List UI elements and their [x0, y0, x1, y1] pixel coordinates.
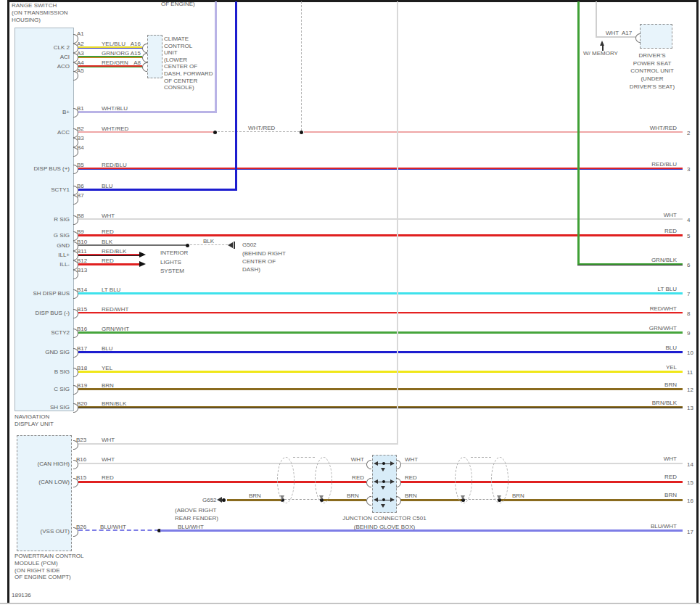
junction-dot-3: [382, 498, 385, 501]
frame-right: [696, 0, 699, 603]
climate-pin-arc-a16: [142, 44, 147, 53]
junction-right-label-red: RED: [405, 474, 417, 482]
shield-label-a: BRN: [249, 492, 261, 500]
right-label-row10: BLU: [617, 345, 677, 352]
wire-shield-dash-2: [465, 499, 499, 500]
wire-b23-wht: [78, 443, 398, 445]
junction-down-arrow-1: [381, 468, 385, 471]
wire-a3-grn-org: [78, 56, 142, 58]
ground-symbol-g502: [228, 242, 233, 248]
junction-right-label-wht: WHT: [405, 456, 418, 463]
pin-name-aco: ACO: [9, 63, 70, 70]
wire-grn-blk-vert: [577, 1, 580, 264]
shield-chevron-1: [280, 495, 284, 500]
frame-left: [7, 0, 9, 603]
circuit-num-9: 9: [687, 330, 690, 337]
right-label-row14: WHT: [617, 456, 677, 463]
shield-chevron-3: [461, 495, 465, 500]
engine-label-fragment: OF ENGINE): [161, 1, 195, 8]
memory-note: W/ MEMORY: [583, 50, 618, 57]
range-switch-label: RANGE SWITCH (ON TRANSMISSION HOUSING): [12, 2, 68, 23]
drawing-number: 189136: [12, 592, 31, 599]
ground-name-g502: G502: [242, 242, 257, 249]
wire-b12-red: [78, 263, 139, 265]
pin-name-csig: C SIG: [9, 386, 70, 393]
circuit-num-16: 16: [687, 498, 693, 505]
circuit-num-14: 14: [687, 461, 693, 469]
climate-unit-label: CLIMATE CONTROL UNIT (LOWER CENTER OF DA…: [164, 36, 213, 91]
ground-location-g502: (BEHIND RIGHT CENTER OF DASH): [242, 250, 286, 273]
wire-seat-wht-vert: [596, 1, 597, 38]
pin-name-shdispbus: SH DISP BUS: [9, 290, 70, 297]
junction-location: (BEHIND GLOVE BOX): [297, 524, 472, 531]
junction-dot-2: [382, 480, 385, 483]
right-label-row12: BRN: [617, 382, 677, 389]
wire-can-high-2: [400, 463, 683, 464]
arrow-interior-lights-1: [139, 252, 146, 257]
seat-wire-color: WHT: [606, 30, 619, 37]
wire-b9-red: [78, 234, 683, 236]
arrow-interior-lights-2: [139, 261, 146, 267]
wire-b2-mid-label: WHT/RED: [248, 125, 275, 132]
wire-b16-grn-wht: [78, 331, 683, 334]
pin-num-b4: B4: [77, 144, 84, 152]
ground-symbol-g652: [217, 497, 222, 503]
wire-b20-brn-blk: [78, 406, 683, 408]
wire-b5-red-blu: [78, 168, 683, 170]
pin-name-shsig: SH SIG: [9, 404, 70, 411]
pin-name-gsig: G SIG: [9, 232, 70, 239]
pin-name-vss-out: (VSS OUT): [9, 528, 70, 535]
pin-name-can-low: (CAN LOW): [9, 479, 70, 486]
wire-b14-lt-blu: [78, 292, 683, 294]
junction-arc-right-1: [396, 460, 401, 469]
junction-arrow-r3: [390, 498, 395, 502]
pin-name-aci: ACI: [9, 54, 70, 61]
circuit-num-7: 7: [687, 291, 690, 298]
nav-display-unit-label: NAVIGATION DISPLAY UNIT: [15, 413, 54, 428]
shield-chevron-2: [319, 495, 324, 500]
pin-name-dispbus-plus: DISP BUS (+): [9, 165, 70, 173]
circuit-num-13: 13: [687, 405, 693, 412]
shield-label-b: BRN: [347, 492, 359, 500]
twisted-pair-link-2: [471, 457, 491, 458]
wire-a4-red-grn: [78, 65, 142, 67]
seat-unit-box: [640, 24, 672, 49]
pin-name-gndsig: GND SIG: [9, 349, 70, 356]
circuit-num-6: 6: [687, 262, 690, 269]
junction-down-arrow-2: [381, 486, 385, 490]
right-label-row8: RED/WHT: [617, 305, 677, 313]
right-label-row9: GRN/WHT: [617, 325, 677, 332]
circuit-num-17: 17: [687, 529, 693, 536]
wire-vss-dashed: [78, 529, 159, 531]
circuit-num-12: 12: [687, 387, 693, 394]
right-label-row17: BLU/WHT: [617, 523, 677, 530]
wire-b15-red-wht: [78, 312, 683, 314]
circuit-num-11: 11: [687, 369, 693, 376]
right-label-row13: BRN/BLK: [617, 400, 677, 407]
pin-name-scty1: SCTY1: [9, 186, 70, 194]
wire-b17-blu: [78, 351, 683, 353]
pin-num-a1: A1: [77, 30, 84, 38]
junction-arrow-r1: [390, 461, 395, 466]
pin-name-acc: ACC: [9, 129, 70, 136]
wire-b6-blu: [78, 189, 237, 191]
junction-arc-left-3: [366, 496, 371, 506]
pin-num-b3: B3: [77, 135, 84, 142]
pin-name-illplus: ILL+: [9, 252, 70, 259]
wire-b10-mid-label: BLK: [203, 238, 214, 245]
splice-dot-b10: [186, 244, 189, 247]
junction-right-label-brn: BRN: [405, 492, 417, 500]
right-label-row2: WHT/RED: [617, 125, 677, 132]
junction-down-arrow-3: [381, 504, 385, 508]
right-label-row15: RED: [617, 474, 677, 481]
climate-pin-arc-a8: [142, 62, 147, 72]
twisted-pair-loop-2: [315, 457, 332, 503]
pin-name-illminus: ILL-: [9, 261, 70, 268]
circuit-num-15: 15: [687, 479, 693, 487]
circuit-num-4: 4: [687, 217, 690, 224]
pin-name-gnd: GND: [9, 242, 70, 250]
right-label-row4: WHT: [617, 212, 677, 219]
pin-num-b13: B13: [77, 267, 87, 274]
junction-arrow-l1: [374, 461, 378, 466]
circuit-num-2: 2: [687, 130, 690, 137]
